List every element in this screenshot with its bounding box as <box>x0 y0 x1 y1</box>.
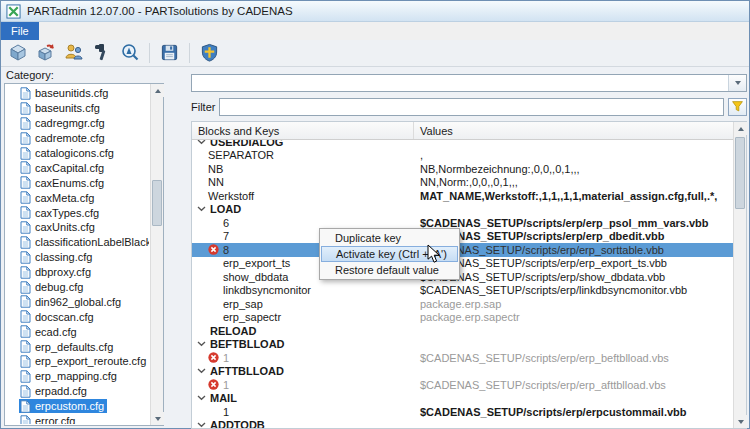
arrow-down-icon <box>738 420 744 424</box>
table-row-1[interactable]: 1$CADENAS_SETUP/scripts/erp/erp_beftbllo… <box>192 351 733 365</box>
tree-item-ecad-cfg[interactable]: ecad.cfg <box>6 324 149 339</box>
collapse-chevron-icon[interactable] <box>196 341 206 347</box>
table-group-row-userdialog[interactable]: USERDIALOG <box>192 140 733 149</box>
tree-item-baseunits-cfg[interactable]: baseunits.cfg <box>6 101 149 116</box>
table-row-separator[interactable]: SEPARATOR, <box>192 149 733 163</box>
column-header-blocks-and-keys[interactable]: Blocks and Keys <box>192 122 414 139</box>
table-row-nb[interactable]: NBNB,Normbezeichnung:,0,0,,0,1,,, <box>192 162 733 176</box>
table-group-row-reload[interactable]: RELOAD <box>192 324 733 338</box>
shield-button[interactable] <box>197 41 222 65</box>
deactivated-icon <box>208 352 219 363</box>
tree-item-erp-defaults-cfg[interactable]: erp_defaults.cfg <box>6 339 149 354</box>
blocks-keys-table: Blocks and Keys Values USERDIALOGSEPARAT… <box>191 121 747 429</box>
tree-item-catalogicons-cfg[interactable]: catalogicons.cfg <box>6 146 149 161</box>
collapse-chevron-icon[interactable] <box>196 368 206 374</box>
tree-item-erp-export-reroute-cfg[interactable]: erp_export_reroute.cfg <box>6 354 149 369</box>
context-menu-item-activate-key-ctrl-a[interactable]: Activate key (Ctrl + 'A') <box>321 246 458 262</box>
table-row-1[interactable]: 1$CADENAS_SETUP/scripts/erp/erpcustommai… <box>192 405 733 419</box>
tools-button[interactable] <box>89 41 114 65</box>
filter-input[interactable] <box>219 98 724 116</box>
file-icon <box>20 266 31 279</box>
search-button[interactable] <box>117 41 142 65</box>
scroll-thumb[interactable] <box>152 180 162 226</box>
scroll-up-button[interactable] <box>151 84 164 97</box>
tree-item-caxtypes-cfg[interactable]: caxTypes.cfg <box>6 205 149 220</box>
tree-item-label: catalogicons.cfg <box>35 147 114 159</box>
tree-item-classificationlabelblackl[interactable]: classificationLabelBlackl <box>6 235 149 250</box>
tree-item-label: caxUnits.cfg <box>35 221 95 233</box>
file-icon <box>20 355 31 368</box>
scroll-thumb[interactable] <box>735 137 745 209</box>
tree-item-caxcapital-cfg[interactable]: caxCapital.cfg <box>6 160 149 175</box>
config-combobox[interactable] <box>191 74 747 92</box>
filter-button[interactable] <box>728 98 747 116</box>
window-titlebar[interactable]: PARTadmin 12.07.00 - PARTsolutions by CA… <box>1 1 749 22</box>
update-button[interactable] <box>33 41 58 65</box>
combobox-dropdown-button[interactable] <box>728 75 746 91</box>
key-label: linkdbsyncmonitor <box>223 284 311 296</box>
file-icon <box>20 206 31 219</box>
table-row-nn[interactable]: NNNN,Norm:,0,0,,0,1,,, <box>192 176 733 190</box>
scroll-down-button[interactable] <box>151 412 164 425</box>
tree-item-baseunitids-cfg[interactable]: baseunitids.cfg <box>6 86 149 101</box>
table-scrollbar[interactable] <box>733 122 746 428</box>
column-header-values[interactable]: Values <box>414 122 733 139</box>
collapse-chevron-icon[interactable] <box>196 206 206 212</box>
context-menu-item-duplicate-key[interactable]: Duplicate key <box>321 230 458 246</box>
table-group-row-addtodb[interactable]: ADDTODB <box>192 419 733 429</box>
table-row-werkstoff[interactable]: WerkstoffMAT_NAME,Werkstoff:,1,1,,1,1,ma… <box>192 189 733 203</box>
table-group-row-beftblload[interactable]: BEFTBLLOAD <box>192 338 733 352</box>
group-label: MAIL <box>210 392 237 404</box>
table-row-erp-sapectr[interactable]: erp_sapectrpackage.erp.sapectr <box>192 311 733 325</box>
catalog-button[interactable] <box>5 41 30 65</box>
tree-item-erpcustom-cfg[interactable]: erpcustom.cfg <box>6 399 149 414</box>
tree-item-debug-cfg[interactable]: debug.cfg <box>6 280 149 295</box>
tree-item-docscan-cfg[interactable]: docscan.cfg <box>6 309 149 324</box>
table-group-row-mail[interactable]: MAIL <box>192 392 733 406</box>
table-row-8[interactable]: 8$CADENAS_SETUP/scripts/erp/erp_sorttabl… <box>192 243 733 257</box>
group-label: ADDTODB <box>210 419 265 428</box>
table-group-row-load[interactable]: LOAD <box>192 203 733 217</box>
tree-item-caxenums-cfg[interactable]: caxEnums.cfg <box>6 175 149 190</box>
table-group-row-afttblload[interactable]: AFTTBLLOAD <box>192 365 733 379</box>
table-row-show-dbdata[interactable]: show_dbdata$CADENAS_SETUP/scripts/erp/sh… <box>192 270 733 284</box>
tree-item-din962-global-cfg[interactable]: din962_global.cfg <box>6 294 149 309</box>
tree-item-label: caxTypes.cfg <box>35 207 99 219</box>
tree-item-erp-mapping-cfg[interactable]: erp_mapping.cfg <box>6 369 149 384</box>
tree-item-label: docscan.cfg <box>35 311 94 323</box>
table-row-7[interactable]: 7$CADENAS_SETUP/scripts/erp/erp_dbedit.v… <box>192 230 733 244</box>
table-row-6[interactable]: 6$CADENAS_SETUP/scripts/erp/erp_psol_mm_… <box>192 216 733 230</box>
scroll-down-button[interactable] <box>734 415 747 428</box>
tree-item-cadregmgr-cfg[interactable]: cadregmgr.cfg <box>6 116 149 131</box>
update-icon <box>36 42 56 64</box>
table-row-erp-sap[interactable]: erp_sappackage.erp.sap <box>192 297 733 311</box>
tree-item-erpadd-cfg[interactable]: erpadd.cfg <box>6 384 149 399</box>
key-label: NN <box>208 176 224 188</box>
user-management-button[interactable] <box>61 41 86 65</box>
menu-file[interactable]: File <box>1 22 39 40</box>
tree-item-error-cfg[interactable]: error.cfg <box>6 414 149 424</box>
collapse-chevron-icon[interactable] <box>196 395 206 401</box>
table-row-1[interactable]: 1$CADENAS_SETUP/scripts/erp/erp_afttbllo… <box>192 378 733 392</box>
tree-item-caxmeta-cfg[interactable]: caxMeta.cfg <box>6 190 149 205</box>
table-row-linkdbsyncmonitor[interactable]: linkdbsyncmonitor$CADENAS_SETUP/scripts/… <box>192 284 733 298</box>
tree-scrollbar[interactable] <box>150 84 163 425</box>
value-cell: $CADENAS_SETUP/scripts/erp/show_dbdata.v… <box>414 271 733 283</box>
tree-item-label: classificationLabelBlackl <box>35 236 149 248</box>
tree-item-cadremote-cfg[interactable]: cadremote.cfg <box>6 131 149 146</box>
value-cell: , <box>414 149 733 161</box>
scroll-up-button[interactable] <box>734 122 747 135</box>
tree-item-dbproxy-cfg[interactable]: dbproxy.cfg <box>6 265 149 280</box>
collapse-chevron-icon[interactable] <box>196 140 206 145</box>
filter-label: Filter <box>191 101 215 113</box>
tree-item-classing-cfg[interactable]: classing.cfg <box>6 250 149 265</box>
key-label: 1 <box>223 352 229 364</box>
table-row-erp-export-ts[interactable]: erp_export_ts$CADENAS_SETUP/scripts/erp/… <box>192 257 733 271</box>
tree-item-label: erpadd.cfg <box>35 385 87 397</box>
context-menu-item-restore-default-value[interactable]: Restore default value <box>321 262 458 278</box>
collapse-chevron-icon[interactable] <box>196 422 206 428</box>
save-button[interactable] <box>157 41 182 65</box>
key-label: NB <box>208 163 223 175</box>
tree-item-caxunits-cfg[interactable]: caxUnits.cfg <box>6 220 149 235</box>
file-icon <box>20 102 31 115</box>
